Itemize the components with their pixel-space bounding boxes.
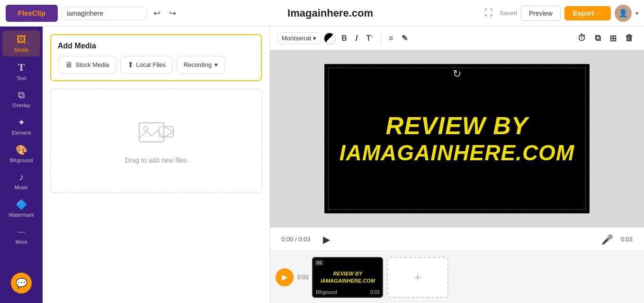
local-files-button[interactable]: ⬆ Local Files: [120, 56, 173, 73]
stock-media-icon: 🖥: [65, 61, 72, 69]
drop-zone[interactable]: Drag to add new files: [50, 89, 262, 193]
clip-label: BKground: [316, 290, 337, 295]
recording-button[interactable]: Recording ▾: [177, 56, 225, 73]
sidebar-item-watermark[interactable]: 🔷 Watermark: [2, 195, 40, 221]
italic-button[interactable]: I: [353, 32, 360, 45]
stock-media-button[interactable]: 🖥 Stock Media: [58, 56, 116, 73]
timeline-play-button[interactable]: ▶: [276, 268, 294, 286]
canvas-preview: ↻ REVIEW BY IAMAGAINHERE.COM: [324, 64, 590, 213]
clip-text-line1: REVIEW BY: [333, 271, 362, 276]
delete-button[interactable]: 🗑: [622, 31, 636, 45]
topbar: FlexClip ↩ ↪ Imagainhere.com ⛶ Saved Pre…: [0, 0, 644, 27]
sidebar-label-more: More: [15, 239, 27, 245]
grid-icon-button[interactable]: ⊞: [607, 31, 619, 46]
clip-badge: 01: [315, 260, 323, 266]
main-layout: 🖼 Media T Text ⧉ Overlay ✦ Element 🎨 BKg…: [0, 27, 644, 303]
sidebar-item-element[interactable]: ✦ Element: [2, 113, 40, 139]
export-button[interactable]: Export →: [564, 6, 611, 20]
timeline-duration: 0:03: [297, 274, 308, 281]
center-title: Imagainhere.com: [183, 7, 478, 19]
element-icon: ✦: [18, 117, 26, 128]
redo-button[interactable]: ↪: [166, 5, 179, 21]
fmt-separator-1: [381, 33, 381, 44]
timeline-clip[interactable]: REVIEW BY IAMAGAINHERE.COM 01 BKground 0…: [312, 257, 383, 298]
panel: Add Media 🖥 Stock Media ⬆ Local Files Re…: [43, 27, 270, 303]
sidebar-item-overlay[interactable]: ⧉ Overlay: [2, 86, 40, 112]
media-icon: 🖼: [17, 34, 26, 45]
color-picker[interactable]: [323, 32, 336, 45]
layers-icon-button[interactable]: ⧉: [592, 31, 604, 45]
stock-media-label: Stock Media: [75, 61, 109, 68]
sidebar-label-media: Media: [14, 47, 28, 53]
sidebar-item-text[interactable]: T Text: [2, 57, 40, 85]
sidebar-label-overlay: Overlay: [12, 102, 30, 108]
mic-icon[interactable]: 🎤: [601, 234, 613, 245]
font-chevron-icon: ▾: [313, 35, 316, 42]
sidebar-label-music: Music: [15, 184, 28, 190]
clock-icon-button[interactable]: ⏱: [575, 31, 589, 45]
add-clip-icon: +: [414, 270, 421, 285]
sidebar-item-media[interactable]: 🖼 Media: [2, 30, 40, 56]
logo-accent: Flex: [18, 9, 32, 17]
canvas-text-line1: REVIEW BY: [340, 112, 574, 140]
clip-text-line2: IAMAGAINHERE.COM: [321, 278, 375, 284]
refresh-icon[interactable]: ↻: [453, 68, 461, 80]
panel-inner: Add Media 🖥 Stock Media ⬆ Local Files Re…: [43, 27, 269, 303]
sidebar-item-more[interactable]: ··· More: [2, 222, 40, 248]
logo-text: Clip: [32, 9, 45, 17]
align-button[interactable]: ≡: [386, 32, 396, 45]
duration-display: 0:03: [621, 236, 633, 243]
clip-text: REVIEW BY IAMAGAINHERE.COM: [321, 270, 375, 284]
local-files-icon: ⬆: [127, 60, 134, 69]
recording-chevron: ▾: [215, 61, 218, 68]
sidebar-label-element: Element: [12, 130, 31, 136]
watermark-icon: 🔷: [16, 199, 27, 210]
overlay-icon: ⧉: [18, 90, 25, 101]
recording-label: Recording: [184, 61, 212, 68]
add-media-box: Add Media 🖥 Stock Media ⬆ Local Files Re…: [50, 34, 262, 81]
chat-button[interactable]: 💬: [11, 273, 32, 294]
format-bar-right: ⏱ ⧉ ⊞ 🗑: [575, 31, 636, 46]
avatar: 👤: [615, 5, 632, 22]
topbar-actions: ↩ ↪: [151, 5, 179, 21]
time-display: 0:00 / 0:03: [281, 236, 310, 243]
font-size-button[interactable]: T↕: [363, 32, 376, 45]
canvas-area: ↻ REVIEW BY IAMAGAINHERE.COM: [270, 50, 644, 227]
svg-point-1: [143, 126, 148, 131]
sidebar: 🖼 Media T Text ⧉ Overlay ✦ Element 🎨 BKg…: [0, 27, 43, 303]
font-family-select[interactable]: Montserrat ▾: [277, 32, 321, 44]
bkground-icon: 🎨: [16, 144, 27, 156]
preview-button[interactable]: Preview: [521, 6, 561, 21]
edit-button[interactable]: ✎: [399, 32, 411, 45]
add-clip-button[interactable]: +: [387, 257, 448, 298]
font-family-label: Montserrat: [282, 35, 311, 42]
sidebar-label-bkground: BKground: [10, 157, 33, 163]
sidebar-bottom: 💬: [2, 273, 40, 299]
project-name-input[interactable]: [62, 7, 147, 20]
sidebar-item-bkground[interactable]: 🎨 BKground: [2, 140, 40, 167]
svg-marker-3: [164, 127, 173, 137]
format-bar: Montserrat ▾ B I T↕ ≡ ✎ ⏱ ⧉ ⊞ 🗑: [270, 27, 644, 50]
bold-button[interactable]: B: [339, 32, 350, 45]
drop-zone-text: Drag to add new files: [125, 156, 188, 164]
add-media-title: Add Media: [58, 42, 254, 50]
logo: FlexClip: [6, 5, 58, 22]
sidebar-label-watermark: Watermark: [9, 212, 34, 218]
canvas-text-line2: IAMAGAINHERE.COM: [340, 140, 574, 165]
text-icon: T: [18, 61, 25, 73]
svg-rect-0: [139, 123, 164, 142]
fullscreen-button[interactable]: ⛶: [482, 5, 496, 21]
saved-status: Saved: [500, 9, 517, 17]
play-button[interactable]: ▶: [318, 231, 335, 248]
more-icon: ···: [18, 226, 26, 237]
drop-icon: [137, 118, 175, 151]
sidebar-item-music[interactable]: ♪ Music: [2, 168, 40, 194]
clip-duration: 0:03: [370, 290, 379, 295]
account-chevron[interactable]: ▾: [635, 10, 638, 17]
undo-button[interactable]: ↩: [151, 5, 163, 21]
topbar-right: ⛶ Saved Preview Export → 👤 ▾: [482, 5, 638, 22]
local-files-label: Local Files: [136, 61, 166, 68]
video-controls: 0:00 / 0:03 ▶ 🎤 0:03: [270, 227, 644, 251]
media-buttons: 🖥 Stock Media ⬆ Local Files Recording ▾: [58, 56, 254, 73]
canvas-text: REVIEW BY IAMAGAINHERE.COM: [340, 112, 574, 165]
